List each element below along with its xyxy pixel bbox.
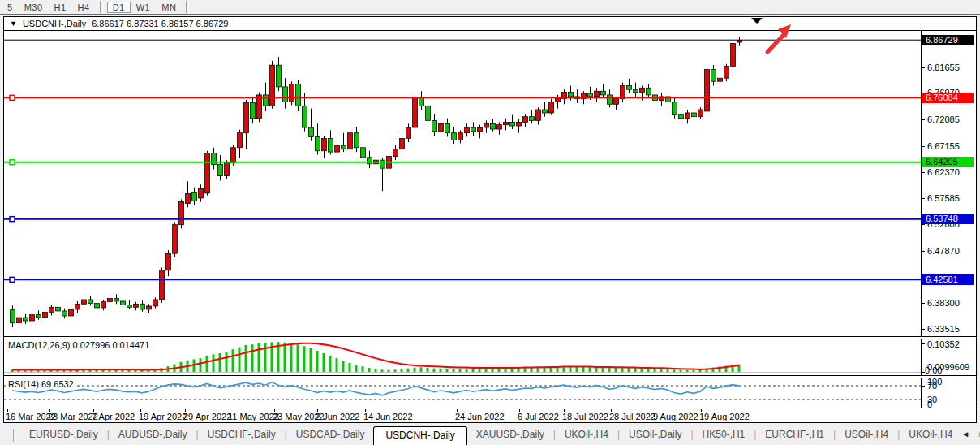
bull-candle: [134, 304, 139, 307]
bear-candle: [673, 102, 677, 115]
bull-candle: [290, 84, 294, 102]
axis-tick: [922, 303, 925, 304]
timeframe-button-h4[interactable]: H4: [72, 2, 96, 13]
macd-histogram-bar: [589, 367, 591, 372]
tabbar-divider: [13, 429, 14, 442]
time-axis[interactable]: 16 Mar 202228 Mar 20227 Apr 202219 Apr 2…: [4, 409, 976, 422]
hline-anchor: [10, 160, 15, 165]
macd-histogram-bar: [440, 369, 442, 372]
price-flag-6.64205: 6.64205: [922, 157, 974, 167]
bear-candle: [121, 301, 126, 305]
macd-histogram-bar: [433, 369, 436, 372]
macd-histogram-bar: [303, 346, 306, 372]
bull-candle: [231, 148, 236, 163]
bull-candle: [69, 309, 74, 316]
bear-candle: [251, 102, 256, 118]
bull-candle: [536, 110, 541, 120]
timeframe-button-mn[interactable]: MN: [156, 2, 182, 13]
macd-pane-row: MACD(12,26,9) 0.027996 0.014471 0.103520…: [4, 339, 976, 375]
bear-candle: [11, 310, 15, 323]
tab-usdcnh-daily[interactable]: USDCNH-,Daily: [373, 426, 466, 445]
macd-histogram-bar: [290, 343, 293, 372]
hline-anchor: [10, 95, 15, 100]
tab-usdchf-daily[interactable]: USDCHF-,Daily: [199, 426, 285, 445]
price-label-6.67155: 6.67155: [927, 141, 960, 151]
tab-eurchf-h1[interactable]: EURCHF-,H1: [756, 426, 833, 445]
macd-histogram-bar: [459, 369, 462, 372]
axis-tick: [922, 146, 925, 147]
bull-candle: [737, 40, 742, 42]
price-axis[interactable]: 6.816556.769706.720856.671556.623706.575…: [921, 31, 976, 336]
chart-dropdown-icon[interactable]: ▼: [10, 19, 17, 28]
macd-histogram-bar: [258, 343, 260, 372]
bear-candle: [296, 84, 301, 106]
macd-histogram-bar: [245, 345, 247, 372]
macd-histogram-bar: [206, 356, 208, 372]
axis-tick: [922, 400, 925, 400]
timeframe-button-d1[interactable]: D1: [107, 2, 131, 13]
bull-candle: [153, 300, 158, 306]
bear-candle: [24, 318, 28, 321]
bull-candle: [108, 299, 113, 302]
tab-usdcad-daily[interactable]: USDCAD-,Daily: [287, 426, 374, 445]
hline-anchor: [10, 217, 15, 222]
bull-candle: [225, 162, 230, 175]
macd-histogram-bar: [342, 361, 345, 372]
axis-tick: [922, 386, 925, 387]
bull-candle: [186, 194, 191, 204]
tab-hk50-h1[interactable]: HK50-,H1: [694, 426, 754, 445]
bull-candle: [147, 306, 152, 309]
tab-audusd-daily[interactable]: AUDUSD-,Daily: [110, 426, 196, 445]
timeframe-button-w1[interactable]: W1: [131, 2, 157, 13]
rsi-plot[interactable]: [4, 378, 921, 408]
date-label: 9 Aug 2022: [653, 412, 698, 421]
bull-candle: [400, 138, 405, 149]
tabs-holder: EURUSD-,Daily|AUDUSD-,Daily|USDCHF-,Dail…: [20, 426, 961, 445]
tab-xauusd-daily[interactable]: XAUUSD-,Daily: [467, 426, 553, 445]
date-label: 28 Jul 2022: [609, 412, 655, 421]
timeframe-button-h1[interactable]: H1: [49, 2, 72, 13]
bear-candle: [56, 307, 61, 311]
tab-scroll-controls: ◄ ►: [961, 426, 980, 439]
bull-candle: [199, 189, 204, 198]
bull-candle: [523, 117, 528, 123]
bear-candle: [510, 122, 515, 126]
bull-candle: [698, 110, 703, 117]
macd-histogram-bar: [213, 354, 215, 372]
bull-candle: [686, 113, 690, 119]
tab-usoil-daily[interactable]: USOil-,Daily: [620, 426, 690, 445]
macd-histogram-bar: [375, 369, 377, 372]
bear-candle: [711, 69, 716, 81]
bear-candle: [380, 160, 385, 168]
candlestick-plot[interactable]: [4, 31, 921, 336]
date-label: 19 Apr 2022: [139, 412, 187, 421]
timeframe-button-5[interactable]: 5: [2, 2, 19, 13]
macd-histogram-bar: [654, 369, 656, 372]
bear-candle: [679, 115, 684, 119]
bear-candle: [218, 164, 223, 175]
axis-tick: [922, 329, 925, 330]
timeframe-button-m30[interactable]: M30: [19, 2, 49, 13]
tab-scroll-left-icon[interactable]: ◄: [961, 430, 969, 439]
toolbar-divider: [0, 14, 980, 15]
bull-candle: [439, 123, 444, 131]
toolbar-separator: [100, 1, 103, 13]
bull-candle: [322, 138, 327, 150]
tab-ukoil-h4[interactable]: UKOil-,H4: [900, 426, 961, 445]
bull-candle: [484, 123, 489, 127]
macd-histogram-bar: [427, 368, 429, 372]
macd-histogram-bar: [466, 369, 468, 372]
macd-histogram-bar: [310, 348, 312, 372]
macd-histogram-bar: [446, 369, 449, 372]
rsi-axis: 10070300: [921, 378, 976, 408]
bull-candle: [101, 302, 106, 308]
macd-histogram-bar: [200, 358, 202, 372]
tab-usoil-h4[interactable]: USOil-,H4: [836, 426, 897, 445]
tab-ukoil-h4[interactable]: UKOil-,H4: [556, 426, 617, 445]
macd-histogram-bar: [641, 368, 643, 372]
bear-candle: [432, 120, 437, 131]
bull-candle: [621, 86, 625, 99]
macd-histogram-bar: [680, 370, 682, 372]
macd-histogram-bar: [388, 370, 390, 372]
tab-eurusd-daily[interactable]: EURUSD-,Daily: [20, 426, 107, 445]
